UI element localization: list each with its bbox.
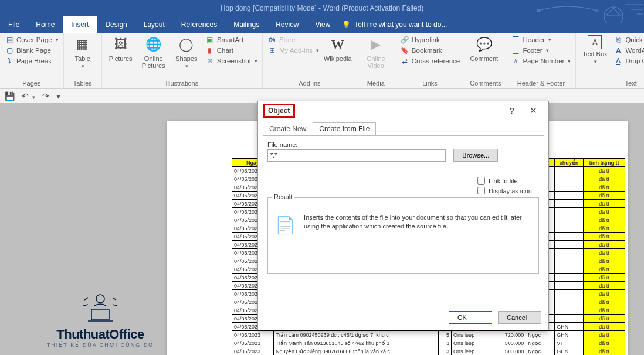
tab-insert[interactable]: Insert — [63, 16, 97, 33]
lightbulb-icon: 💡 — [342, 21, 351, 29]
pictures-icon: 🖼 — [111, 35, 130, 54]
table-row: 04/05/2023Nguyễn Đức Siêng 0987616886 th… — [232, 347, 625, 356]
tab-home[interactable]: Home — [28, 16, 63, 33]
result-icon: 📄 — [275, 213, 296, 237]
tab-view[interactable]: View — [307, 16, 339, 33]
wikipedia-icon: W — [328, 35, 347, 54]
cross-ref-button[interactable]: ⇄Cross-reference — [400, 56, 460, 66]
blank-page-icon: ▢ — [5, 46, 14, 55]
tab-references[interactable]: References — [173, 16, 225, 33]
display-as-icon-checkbox[interactable]: Display as icon — [477, 187, 532, 194]
group-media-label: Media — [362, 78, 390, 88]
header-icon: ▔ — [511, 35, 520, 45]
smartart-button[interactable]: ▣SmartArt — [205, 35, 257, 45]
screenshot-icon: ⎚ — [205, 56, 215, 66]
filename-input[interactable] — [267, 149, 446, 162]
group-pages-label: Pages — [5, 78, 59, 88]
title-bar: Hop dong [Compatibility Mode] - Word (Pr… — [0, 0, 644, 16]
group-tables: ▦ Table▾ Tables — [64, 33, 102, 88]
svg-rect-4 — [91, 309, 109, 320]
page-break-button[interactable]: ⤵Page Break — [5, 56, 59, 66]
my-addins-button[interactable]: ⊞My Add-ins▾ — [267, 46, 319, 55]
tab-create-from-file[interactable]: Create from File — [313, 122, 376, 135]
blank-page-button[interactable]: ▢Blank Page — [5, 46, 59, 55]
hyperlink-button[interactable]: 🔗Hyperlink — [400, 35, 460, 45]
group-comments: 💬Comment Comments — [465, 33, 506, 88]
watermark-subtitle: THIẾT KẾ ĐÙA CHƠI CÙNG ĐỒ — [39, 342, 162, 348]
table-header: chuyển — [555, 159, 584, 167]
textbox-icon: A — [588, 35, 602, 49]
browse-button[interactable]: Browse... — [453, 149, 498, 162]
dialog-buttons: OK Cancel — [449, 311, 541, 324]
group-media: ▶Online Video Media — [357, 33, 395, 88]
store-button[interactable]: 🛍Store — [267, 35, 319, 45]
svg-point-3 — [96, 295, 104, 303]
quick-parts-icon: ⎘ — [614, 35, 623, 45]
undo-icon[interactable]: ↶ ▾ — [22, 91, 35, 101]
screenshot-button[interactable]: ⎚Screenshot▾ — [205, 56, 257, 66]
table-button[interactable]: ▦ Table▾ — [69, 35, 97, 70]
wordart-button[interactable]: AWordArt▾ — [614, 46, 644, 55]
shapes-button[interactable]: ◯Shapes▾ — [172, 35, 201, 70]
page-number-button[interactable]: #Page Number▾ — [511, 56, 571, 66]
tab-file[interactable]: File — [0, 16, 28, 33]
watermark-logo: ThuthuatOffice THIẾT KẾ ĐÙA CHƠI CÙNG ĐỒ — [39, 292, 162, 348]
wikipedia-button[interactable]: WWikipedia — [324, 35, 352, 62]
group-illustrations: 🖼Pictures 🌐Online Pictures ◯Shapes▾ ▣Sma… — [102, 33, 263, 88]
save-icon[interactable]: 💾 — [5, 91, 15, 101]
close-button[interactable]: ✕ — [523, 103, 544, 119]
pagenum-icon: # — [511, 56, 520, 66]
tab-design[interactable]: Design — [97, 16, 135, 33]
ok-button[interactable]: OK — [449, 311, 492, 324]
group-links-label: Links — [400, 78, 460, 88]
redo-icon[interactable]: ↷ — [42, 91, 49, 101]
dropcap-button[interactable]: A̲Drop Cap▾ — [614, 56, 644, 66]
hyperlink-icon: 🔗 — [400, 35, 409, 45]
dialog-checkboxes: Link to file Display as icon — [477, 177, 532, 194]
cover-page-button[interactable]: ▤Cover Page▾ — [5, 35, 59, 45]
help-button[interactable]: ? — [501, 103, 523, 119]
bookmark-button[interactable]: 🔖Bookmark — [400, 46, 460, 55]
dialog-titlebar: Object ? ✕ — [258, 101, 548, 120]
online-pictures-button[interactable]: 🌐Online Pictures — [140, 35, 168, 69]
wordart-icon: A — [614, 46, 623, 55]
table-row: 04/05/2023Trần Lâm 0902450939 đc : c45/1… — [232, 331, 625, 339]
table-header: tình trạng tt — [584, 159, 625, 167]
tab-mailings[interactable]: Mailings — [225, 16, 267, 33]
tell-me[interactable]: 💡 Tell me what you want to do... — [342, 21, 447, 29]
table-row: 04/05/2023Trần Mạnh Tân 0913851845 số77/… — [232, 339, 625, 347]
menu-bar: File Home Insert Design Layout Reference… — [0, 16, 644, 33]
link-to-file-checkbox[interactable]: Link to file — [477, 177, 532, 185]
smartart-icon: ▣ — [205, 35, 215, 45]
online-video-button[interactable]: ▶Online Video — [362, 35, 390, 69]
pictures-button[interactable]: 🖼Pictures — [107, 35, 135, 62]
bookmark-icon: 🔖 — [400, 46, 409, 55]
store-icon: 🛍 — [267, 35, 277, 45]
footer-button[interactable]: ▁Footer▾ — [511, 46, 571, 55]
tab-review[interactable]: Review — [267, 16, 307, 33]
cancel-button[interactable]: Cancel — [498, 311, 541, 324]
page-break-icon: ⤵ — [5, 56, 14, 66]
result-text: Inserts the contents of the file into yo… — [304, 213, 531, 231]
customize-icon[interactable]: ▾ — [56, 91, 60, 101]
dialog-body: File name: Browse... Link to file Displa… — [263, 135, 544, 311]
app-title: Hop dong [Compatibility Mode] - Word (Pr… — [221, 4, 424, 12]
quick-parts-button[interactable]: ⎘Quick Parts▾ — [614, 35, 644, 45]
group-tables-label: Tables — [69, 78, 97, 88]
person-laptop-icon — [80, 292, 121, 325]
tab-layout[interactable]: Layout — [135, 16, 173, 33]
header-button[interactable]: ▔Header▾ — [511, 35, 571, 45]
tell-me-label: Tell me what you want to do... — [354, 21, 447, 29]
textbox-button[interactable]: AText Box▾ — [581, 35, 609, 65]
result-box: Result 📄 Inserts the contents of the fil… — [267, 197, 539, 274]
comment-button[interactable]: 💬Comment — [470, 35, 498, 62]
group-addins: 🛍Store ⊞My Add-ins▾ WWikipedia Add-ins — [263, 33, 357, 88]
watermark-title: ThuthuatOffice — [39, 327, 162, 342]
tab-create-new[interactable]: Create New — [263, 122, 313, 135]
group-links: 🔗Hyperlink 🔖Bookmark ⇄Cross-reference Li… — [395, 33, 465, 88]
result-label: Result — [272, 193, 294, 200]
addins-icon: ⊞ — [267, 46, 277, 55]
chart-button[interactable]: ▮Chart — [205, 46, 257, 55]
shapes-icon: ◯ — [177, 35, 196, 54]
group-text-label: Text — [581, 78, 644, 88]
